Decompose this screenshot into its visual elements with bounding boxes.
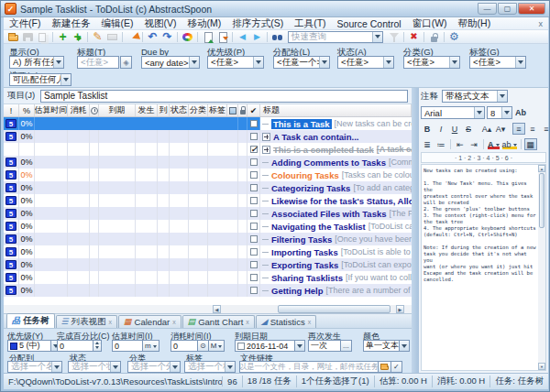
comments-scrollbar[interactable]: ▲ ▼ [538, 165, 545, 370]
scroll-left-icon[interactable]: ◀ [213, 305, 221, 313]
due-date-picker[interactable]: 2016-11-04 [235, 340, 295, 352]
indent-button[interactable]: ⇥ [468, 138, 480, 150]
menu-source-control[interactable]: Source Control [332, 18, 407, 29]
menu-move[interactable]: 移动(M) [182, 17, 226, 30]
col-tags[interactable]: 标签 [208, 104, 227, 116]
table-row[interactable]: 5 0% Importing Tasks[ToDoList is able to… [4, 245, 412, 258]
tab-close-icon[interactable]: x [308, 319, 312, 325]
font-dialog-button[interactable]: Ab [514, 107, 527, 119]
tab-close-icon[interactable]: x [109, 319, 113, 325]
expand-icon[interactable] [262, 133, 270, 141]
tab-statistics[interactable]: ◢Statisticsx [256, 315, 316, 328]
copy-icon[interactable] [36, 31, 50, 43]
table-row[interactable]: 5 0% Navigating the Tasklist[ToDoList ca… [4, 220, 412, 233]
grow-font-button[interactable]: A▴ [480, 123, 493, 135]
font-size-combo[interactable]: 8 [487, 106, 512, 119]
task-checkbox[interactable] [250, 120, 258, 127]
col-title[interactable]: 标题 [260, 104, 412, 116]
col-category[interactable]: 分类 [189, 104, 208, 116]
table-row[interactable]: This is a completed task[A task can be m… [4, 143, 412, 156]
menu-close-icon[interactable]: x [534, 19, 549, 28]
file-link-input[interactable]: 可以是一个文件，目录，网址，邮件或任务树 [239, 361, 379, 373]
time-spent-input[interactable]: 0 [170, 340, 198, 352]
vertical-splitter[interactable] [412, 88, 419, 373]
scroll-thumb[interactable] [278, 305, 390, 313]
table-row[interactable]: 5 0% This is a Task[New tasks can be cre… [4, 117, 412, 130]
close-button[interactable]: ✕ [518, 3, 545, 15]
color-wheel-icon[interactable] [181, 31, 194, 43]
col-done[interactable]: ✔ [248, 104, 260, 116]
font-color-button[interactable]: A [487, 138, 500, 150]
align-left-button[interactable]: ≡ [512, 123, 525, 135]
tab-task-tree[interactable]: 品任务树 [6, 313, 55, 328]
due-date-checkbox[interactable] [237, 343, 245, 350]
allocto-combo[interactable]: 选择一个名称 [7, 361, 62, 373]
font-family-combo[interactable]: Arial [421, 106, 485, 119]
menu-window[interactable]: 窗口(W) [407, 17, 453, 30]
paragraph-button[interactable]: ▦ [524, 138, 537, 150]
table-row[interactable]: 5 0% Colouring Tasks[Tasks can be colour… [4, 169, 412, 181]
shrink-font-button[interactable]: A▾ [494, 123, 507, 135]
task-checkbox[interactable] [250, 274, 258, 281]
task-checkbox[interactable] [250, 261, 258, 268]
menu-view[interactable]: 视图(V) [138, 17, 182, 30]
outdent-button[interactable]: ⇤ [454, 138, 467, 150]
file-link-view-icon[interactable]: ✓ [391, 361, 402, 373]
tab-calendar[interactable]: ▦Calendarx [118, 315, 182, 328]
col-status[interactable]: 状态 [170, 104, 189, 116]
col-clock[interactable] [90, 104, 99, 116]
filter-tags-combo[interactable]: <任意> [469, 56, 526, 69]
align-right-button[interactable]: ≡ [540, 123, 550, 135]
italic-button[interactable]: I [434, 123, 447, 135]
chevron-down-icon[interactable] [295, 340, 305, 352]
edit-task-icon[interactable] [91, 31, 104, 43]
undo-icon[interactable] [146, 31, 160, 43]
next-arrow-icon[interactable] [250, 31, 264, 43]
picture-icon[interactable] [105, 31, 119, 43]
task-checkbox[interactable] [250, 171, 258, 179]
time-spent-unit-button[interactable]: M [209, 340, 226, 352]
menu-edit[interactable]: 编辑(E) [95, 17, 138, 30]
tab-close-icon[interactable]: x [172, 319, 176, 325]
save-icon[interactable] [21, 31, 35, 43]
comments-text[interactable]: New tasks can be created using: 1. The '… [422, 165, 538, 370]
highlight-color-button[interactable]: ab [501, 138, 518, 150]
table-row[interactable]: 5 0% Associated Files with Tasks[The Fil… [4, 207, 412, 220]
underline-button[interactable]: U [448, 123, 461, 135]
col-percent[interactable]: % [19, 104, 35, 116]
lock-icon[interactable] [427, 31, 441, 43]
table-row[interactable]: 5 0% Likewise for the task's Status, All… [4, 194, 412, 207]
time-estimate-input[interactable]: 0 [112, 340, 143, 352]
recurrence-input[interactable]: 一次 [308, 340, 341, 352]
table-row[interactable]: 5 0% Exporting Tasks[ToDoList can export… [4, 258, 412, 271]
menu-help[interactable]: 帮助(H) [453, 17, 497, 30]
title-filter-options-icon[interactable]: ◈ [120, 56, 132, 69]
filter-title-input[interactable]: <任意> [77, 56, 119, 69]
scroll-down-icon[interactable]: ▼ [538, 363, 545, 370]
minimize-button[interactable]: — [478, 3, 497, 15]
strikethrough-button[interactable]: S [462, 123, 475, 135]
filter-allocto-combo[interactable]: <任意一个> [273, 56, 330, 69]
megaphone-icon[interactable] [126, 31, 139, 43]
col-time-estimate[interactable]: 估算时间 [35, 104, 68, 116]
filter-status-combo[interactable]: <任意> [337, 56, 394, 69]
filter-icon[interactable] [387, 31, 401, 43]
table-row[interactable]: 5 0% Getting Help[There are a number of … [4, 284, 412, 297]
task-checkbox[interactable] [250, 210, 258, 217]
tab-gantt-chart[interactable]: ▤Gantt Chartx [182, 315, 255, 328]
new-task-icon[interactable] [56, 31, 70, 43]
settings-gear-icon[interactable] [447, 31, 461, 43]
comments-format-combo[interactable]: 带格式文本 [442, 90, 508, 103]
page-down-icon[interactable] [215, 31, 229, 43]
filter-display-combo[interactable]: A) 所有任务 [9, 56, 64, 69]
page-up-icon[interactable] [201, 31, 214, 43]
table-row[interactable]: 5 0% A Task can contain... [4, 130, 412, 143]
bullet-list-button[interactable]: ≣ [421, 138, 434, 150]
scroll-up-icon[interactable]: ▲ [538, 165, 545, 172]
menu-tools[interactable]: 工具(T) [289, 17, 331, 30]
tab-close-icon[interactable]: x [246, 319, 249, 325]
table-row[interactable]: 5 0% Sharing Tasklists[If you want to co… [4, 271, 412, 284]
percent-spinner[interactable] [94, 340, 102, 352]
open-folder-icon[interactable] [6, 31, 20, 43]
task-checkbox[interactable] [250, 184, 258, 191]
